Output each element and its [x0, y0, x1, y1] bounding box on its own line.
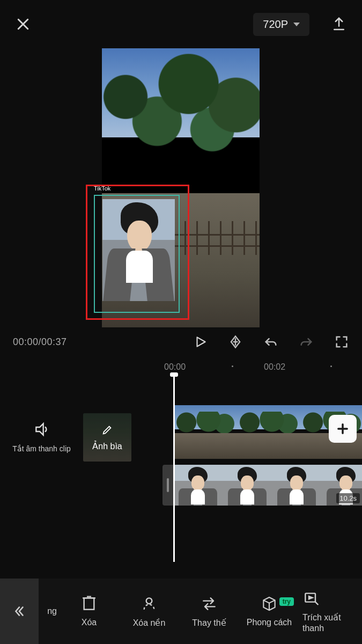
toolbar-item-delete[interactable]: Xóa: [59, 595, 119, 627]
play-button[interactable]: [194, 335, 208, 349]
ruler-mark: 00:02: [264, 362, 285, 372]
overlay-frame-thumb: [223, 465, 272, 506]
add-clip-button[interactable]: [329, 415, 357, 443]
ruler-tick: [232, 365, 233, 367]
clip-duration-badge: 10.2s: [336, 493, 360, 503]
ruler-mark: 00:00: [164, 362, 186, 372]
playhead[interactable]: [173, 377, 175, 562]
video-frame-thumb: [174, 405, 237, 459]
cover-image-button[interactable]: Ảnh bìa: [83, 413, 131, 462]
svg-rect-0: [84, 598, 94, 609]
edit-icon: [101, 424, 113, 438]
time-display: 00:00/00:37: [13, 336, 67, 348]
overlay-watermark: TikTok: [94, 185, 110, 192]
overlay-frame-thumb: [272, 465, 321, 506]
toolbar-item-partial[interactable]: ng: [39, 606, 59, 616]
close-button[interactable]: [15, 16, 31, 32]
overlay-track[interactable]: 10.2s: [162, 465, 362, 506]
toolbar-item-style[interactable]: try Phong cách: [239, 595, 299, 627]
overlay-highlight-box: TikTok: [86, 185, 189, 320]
timeline-ruler[interactable]: 00:00 00:02: [0, 362, 362, 375]
fullscreen-button[interactable]: [334, 334, 349, 349]
export-button[interactable]: [331, 16, 347, 32]
mute-clip-button[interactable]: Tắt âm thanh clip: [0, 421, 83, 454]
toolbar-item-replace[interactable]: Thay thế: [179, 595, 239, 628]
resolution-label: 720P: [263, 18, 288, 31]
resolution-select[interactable]: 720P: [253, 13, 309, 36]
keyframe-button[interactable]: [228, 334, 243, 349]
redo-button[interactable]: [299, 334, 314, 349]
clip-trim-handle-left[interactable]: [162, 465, 173, 506]
undo-button[interactable]: [263, 334, 278, 349]
overlay-image[interactable]: [102, 199, 175, 301]
mute-label: Tắt âm thanh clip: [0, 444, 83, 454]
cover-label: Ảnh bìa: [92, 441, 122, 451]
toolbar-item-remove-bg[interactable]: Xóa nền: [119, 595, 179, 628]
chevron-down-icon: [293, 23, 300, 26]
ruler-tick: [330, 365, 332, 367]
try-badge: try: [279, 597, 294, 606]
svg-point-1: [146, 598, 152, 604]
toolbar-back-button[interactable]: [0, 579, 39, 644]
overlay-frame-thumb: [173, 465, 223, 506]
video-frame-thumb: [237, 405, 300, 459]
toolbar-item-extract-audio[interactable]: Trích xuất thanh: [299, 590, 350, 633]
preview-canvas[interactable]: TikTok: [102, 48, 260, 327]
